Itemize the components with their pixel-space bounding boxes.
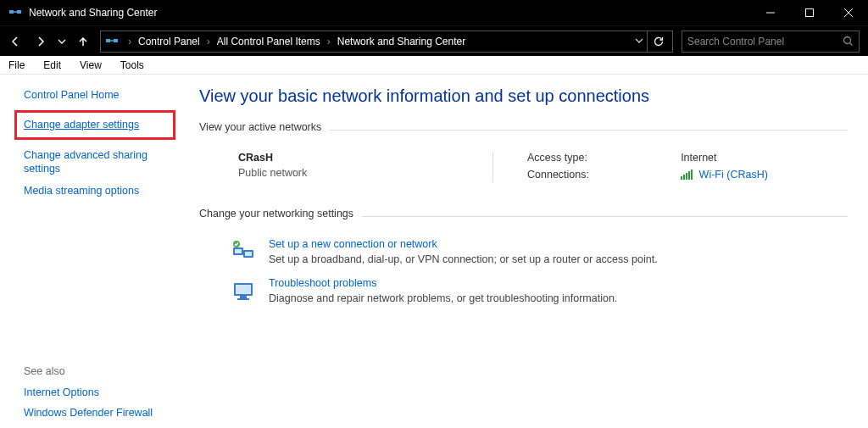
page-heading: View your basic network information and … [199,86,848,106]
svg-rect-4 [114,39,118,42]
menu-file[interactable]: File [5,58,28,73]
close-button[interactable] [829,0,868,25]
svg-rect-6 [681,176,682,180]
sidebar-change-adapter[interactable]: Change adapter settings [24,118,166,131]
access-type-label: Access type: [527,152,669,164]
access-type-value: Internet [681,152,848,164]
network-sharing-icon [8,6,22,19]
menu-view[interactable]: View [76,58,105,73]
sidebar-firewall[interactable]: Windows Defender Firewall [24,406,170,420]
svg-rect-17 [236,285,251,294]
svg-rect-0 [9,10,14,14]
svg-rect-12 [235,249,242,253]
svg-rect-19 [237,298,249,300]
network-name: CRasH [238,152,459,164]
svg-point-5 [844,37,851,44]
forward-button[interactable] [29,30,53,53]
wifi-signal-icon [681,170,693,182]
svg-rect-10 [691,170,693,180]
troubleshoot-icon [230,277,257,304]
task-setup-connection: Set up a new connection or network Set u… [199,238,848,265]
maximize-button[interactable] [790,0,829,25]
sidebar: Control Panel Home Change adapter settin… [0,75,182,428]
connections-label: Connections: [527,169,669,182]
refresh-button[interactable] [647,31,669,53]
main-content: View your basic network information and … [182,75,868,428]
search-icon [843,36,854,47]
svg-rect-1 [17,10,21,14]
menu-bar: File Edit View Tools [0,56,868,75]
menu-edit[interactable]: Edit [40,58,64,73]
chevron-down-icon[interactable] [635,36,645,47]
sidebar-internet-options[interactable]: Internet Options [24,386,170,399]
sidebar-media-streaming[interactable]: Media streaming options [24,184,170,197]
breadcrumb-item[interactable]: Network and Sharing Center [337,36,465,47]
back-button[interactable] [3,30,27,53]
task-setup-link[interactable]: Set up a new connection or network [269,238,437,250]
svg-rect-7 [683,175,685,180]
breadcrumb[interactable]: › Control Panel › All Control Panel Item… [100,31,673,53]
chevron-right-icon[interactable]: › [202,36,215,47]
setup-connection-icon [230,238,257,265]
divider [492,152,493,182]
active-network-block: CRasH Public network Access type: Intern… [199,152,848,182]
connection-link[interactable]: Wi-Fi (CRasH) [699,169,768,181]
task-troubleshoot-desc: Diagnose and repair network problems, or… [269,292,617,304]
active-networks-label: View your active networks [199,121,321,133]
svg-rect-8 [686,173,687,180]
menu-tools[interactable]: Tools [117,58,147,73]
change-settings-label: Change your networking settings [199,208,353,220]
search-placeholder: Search Control Panel [687,36,843,47]
minimize-button[interactable] [751,0,790,25]
address-bar: › Control Panel › All Control Panel Item… [0,25,868,56]
recent-locations-button[interactable] [54,30,70,53]
highlight-box: Change adapter settings [14,110,175,139]
svg-rect-2 [806,9,814,17]
network-type: Public network [238,167,459,179]
breadcrumb-item[interactable]: All Control Panel Items [217,36,320,47]
svg-rect-18 [240,296,247,298]
svg-rect-9 [688,171,690,180]
task-setup-desc: Set up a broadband, dial-up, or VPN conn… [269,253,658,265]
network-sharing-icon [104,34,120,49]
task-troubleshoot: Troubleshoot problems Diagnose and repai… [199,277,848,304]
divider [362,216,848,217]
chevron-right-icon[interactable]: › [123,36,136,47]
sidebar-advanced-sharing[interactable]: Change advanced sharing settings [24,148,170,176]
breadcrumb-item[interactable]: Control Panel [138,36,200,47]
sidebar-home[interactable]: Control Panel Home [24,88,170,102]
chevron-right-icon[interactable]: › [322,36,336,47]
up-button[interactable] [71,30,95,53]
task-troubleshoot-link[interactable]: Troubleshoot problems [269,277,376,289]
window-title: Network and Sharing Center [29,7,157,19]
divider [330,130,848,131]
search-input[interactable]: Search Control Panel [682,31,860,53]
svg-rect-3 [106,39,110,42]
content-body: Control Panel Home Change adapter settin… [0,75,868,428]
titlebar: Network and Sharing Center [0,0,868,25]
svg-rect-14 [245,252,252,256]
see-also-label: See also [24,365,170,377]
